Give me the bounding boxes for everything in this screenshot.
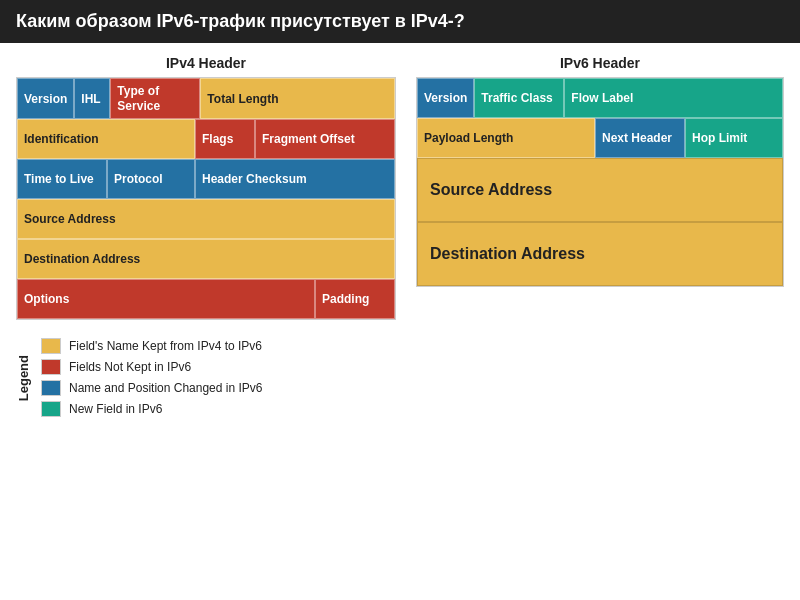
ipv4-row-2: Identification Flags Fragment Offset — [17, 119, 395, 159]
ipv6-row-1: Version Traffic Class Flow Label — [417, 78, 783, 118]
ipv4-row-6: Options Padding — [17, 279, 395, 319]
ipv4-ihl-cell: IHL — [74, 78, 110, 119]
legend-blue-box — [41, 380, 61, 396]
ipv4-padding-cell: Padding — [315, 279, 395, 319]
ipv4-proto-cell: Protocol — [107, 159, 195, 199]
ipv6-row-3: Source Address — [417, 158, 783, 222]
ipv6-dst-cell: Destination Address — [417, 222, 783, 286]
legend-item-red: Fields Not Kept in IPv6 — [41, 359, 262, 375]
ipv4-row-1: Version IHL Type of Service Total Length — [17, 78, 395, 119]
ipv6-row-2: Payload Length Next Header Hop Limit — [417, 118, 783, 158]
ipv6-heading: IPv6 Header — [416, 55, 784, 71]
legend-item-blue: Name and Position Changed in IPv6 — [41, 380, 262, 396]
page-title: Каким образом IPv6-трафик присутствует в… — [0, 0, 800, 43]
ipv4-tos-cell: Type of Service — [110, 78, 200, 119]
ipv6-nexthdr-cell: Next Header — [595, 118, 685, 158]
ipv4-grid: Version IHL Type of Service Total Length… — [16, 77, 396, 320]
ipv6-paylen-cell: Payload Length — [417, 118, 595, 158]
ipv6-traffic-cell: Traffic Class — [474, 78, 564, 118]
ipv4-version-cell: Version — [17, 78, 74, 119]
legend-items: Field's Name Kept from IPv4 to IPv6 Fiel… — [41, 338, 262, 417]
legend-item-teal: New Field in IPv6 — [41, 401, 262, 417]
legend-teal-text: New Field in IPv6 — [69, 402, 162, 416]
legend-yellow-text: Field's Name Kept from IPv4 to IPv6 — [69, 339, 262, 353]
ipv4-heading: IPv4 Header — [16, 55, 396, 71]
ipv4-totlen-cell: Total Length — [200, 78, 395, 119]
legend-red-text: Fields Not Kept in IPv6 — [69, 360, 191, 374]
ipv6-src-cell: Source Address — [417, 158, 783, 222]
ipv6-row-4: Destination Address — [417, 222, 783, 286]
legend-item-yellow: Field's Name Kept from IPv4 to IPv6 — [41, 338, 262, 354]
ipv6-grid: Version Traffic Class Flow Label Payload… — [416, 77, 784, 287]
ipv4-row-5: Destination Address — [17, 239, 395, 279]
ipv4-row-3: Time to Live Protocol Header Checksum — [17, 159, 395, 199]
ipv4-fragoff-cell: Fragment Offset — [255, 119, 395, 159]
ipv4-hdrchk-cell: Header Checksum — [195, 159, 395, 199]
legend-teal-box — [41, 401, 61, 417]
legend-yellow-box — [41, 338, 61, 354]
ipv4-flags-cell: Flags — [195, 119, 255, 159]
legend-blue-text: Name and Position Changed in IPv6 — [69, 381, 262, 395]
legend-label: Legend — [16, 355, 31, 401]
ipv4-src-cell: Source Address — [17, 199, 395, 239]
ipv4-dst-cell: Destination Address — [17, 239, 395, 279]
ipv4-options-cell: Options — [17, 279, 315, 319]
legend-section: Legend Field's Name Kept from IPv4 to IP… — [16, 338, 396, 417]
ipv6-section: IPv6 Header Version Traffic Class Flow L… — [416, 55, 784, 417]
ipv6-version-cell: Version — [417, 78, 474, 118]
ipv4-ttl-cell: Time to Live — [17, 159, 107, 199]
ipv4-ident-cell: Identification — [17, 119, 195, 159]
legend-red-box — [41, 359, 61, 375]
ipv6-hoplimit-cell: Hop Limit — [685, 118, 783, 158]
ipv4-section: IPv4 Header Version IHL Type of Service … — [16, 55, 396, 417]
ipv4-row-4: Source Address — [17, 199, 395, 239]
ipv6-flowlabel-cell: Flow Label — [564, 78, 783, 118]
